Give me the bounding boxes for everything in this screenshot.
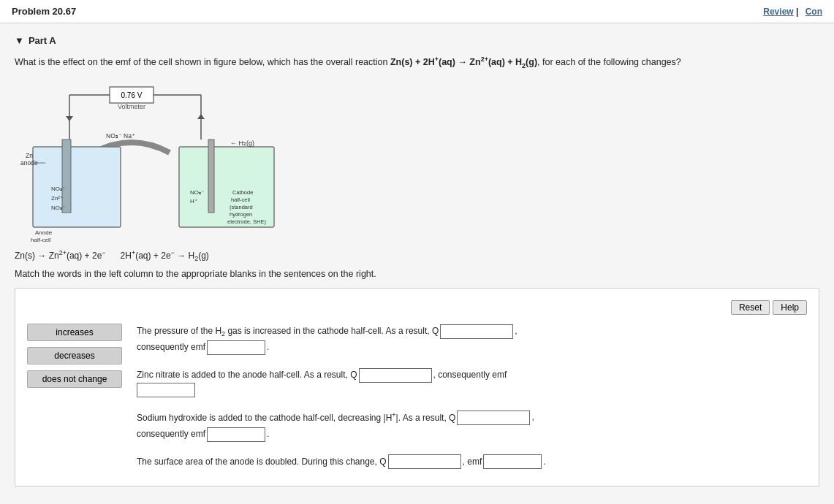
svg-rect-10	[33, 147, 121, 227]
svg-text:Voltmeter: Voltmeter	[118, 103, 145, 110]
reset-help-row: Reset Help	[27, 300, 807, 315]
svg-text:Anode: Anode	[35, 229, 53, 236]
s2-text1: Zinc nitrate is added to the anode half-…	[137, 367, 357, 383]
s3-text2: consequently emf	[137, 427, 205, 443]
svg-rect-20	[179, 147, 274, 227]
sentence-4-group: The surface area of the anode is doubled…	[137, 454, 807, 470]
s4-comma: , emf	[463, 454, 482, 470]
svg-text:half-cell: half-cell	[231, 196, 250, 203]
word-decreases[interactable]: decreases	[27, 347, 122, 364]
svg-text:← H₂(g): ← H₂(g)	[230, 140, 254, 147]
svg-rect-11	[62, 140, 71, 213]
s1-text1: The pressure of the H2 gas is increased …	[137, 324, 439, 340]
s3-blank-q[interactable]	[457, 411, 530, 425]
svg-marker-7	[66, 116, 73, 121]
review-link[interactable]: Review	[763, 7, 793, 17]
s1-blank-q[interactable]	[440, 324, 513, 339]
sentence-2-group: Zinc nitrate is added to the anode half-…	[137, 367, 807, 398]
sentences-column: The pressure of the H2 gas is increased …	[137, 324, 807, 475]
svg-text:NO₃⁻: NO₃⁻	[190, 189, 204, 196]
s4-text1: The surface area of the anode is doubled…	[137, 454, 387, 470]
top-links: Review | Con	[759, 7, 822, 17]
s2-comma: , consequently emf	[433, 367, 507, 383]
sentence-2-row2	[137, 383, 807, 397]
s2-blank-emf[interactable]	[137, 383, 195, 397]
s3-comma: ,	[531, 410, 534, 426]
sentence-1-row2: consequently emf .	[137, 340, 807, 356]
word-does-not-change[interactable]: does not change	[27, 370, 122, 388]
s2-blank-q[interactable]	[359, 368, 432, 383]
sentence-4-row: The surface area of the anode is doubled…	[137, 454, 807, 470]
sentence-1-group: The pressure of the H2 gas is increased …	[137, 324, 807, 356]
svg-text:H⁺: H⁺	[190, 198, 197, 205]
question-text: What is the effect on the emf of the cel…	[15, 55, 819, 71]
svg-text:NO₃⁻: NO₃⁻	[51, 186, 65, 192]
s4-blank-q[interactable]	[388, 454, 461, 469]
s4-blank-emf[interactable]	[483, 454, 542, 469]
problem-title: Problem 20.67	[12, 6, 76, 17]
reset-button[interactable]: Reset	[731, 300, 770, 315]
s1-comma: ,	[515, 324, 517, 340]
sentence-2-row: Zinc nitrate is added to the anode half-…	[137, 367, 807, 383]
part-label: Part A	[29, 35, 56, 46]
svg-text:Zn: Zn	[26, 152, 33, 159]
equation-line: Zn(s) → Zn2+(aq) + 2e− 2H+(aq) + 2e− → H…	[15, 249, 819, 262]
figure-area: 0.76 V Voltmeter NO₃⁻ Na⁺ NO₃⁻ Zn²⁺ NO₃⁻…	[15, 81, 819, 242]
collapse-arrow: ▼	[15, 35, 24, 46]
match-instruction: Match the words in the left column to th…	[15, 269, 819, 279]
s1-period: .	[267, 340, 269, 356]
match-columns: increases decreases does not change The …	[27, 324, 807, 475]
match-area: Reset Help increases decreases does not …	[15, 288, 819, 487]
sentence-3-row2: consequently emf .	[137, 427, 807, 443]
svg-text:Cathode: Cathode	[232, 189, 253, 196]
con-link[interactable]: Con	[805, 7, 822, 17]
word-column: increases decreases does not change	[27, 324, 122, 388]
svg-marker-8	[197, 114, 205, 119]
svg-text:Zn²⁺: Zn²⁺	[51, 195, 63, 202]
svg-rect-21	[208, 140, 214, 213]
s4-period: .	[543, 454, 545, 470]
svg-text:NO₃⁻: NO₃⁻	[51, 205, 65, 211]
svg-text:NO₃⁻ Na⁺: NO₃⁻ Na⁺	[106, 132, 135, 140]
svg-text:(standard: (standard	[230, 204, 253, 210]
svg-text:hydrogen: hydrogen	[230, 211, 252, 218]
help-button[interactable]: Help	[773, 300, 807, 315]
s1-blank-emf[interactable]	[207, 340, 265, 355]
sentence-3-row: Sodium hydroxide is added to the cathode…	[137, 409, 807, 427]
svg-text:half-cell: half-cell	[31, 237, 51, 242]
sentence-1-row: The pressure of the H2 gas is increased …	[137, 324, 807, 340]
s3-blank-emf[interactable]	[207, 427, 265, 442]
sentence-3-group: Sodium hydroxide is added to the cathode…	[137, 409, 807, 442]
svg-text:electrode, SHE): electrode, SHE)	[227, 218, 266, 225]
cell-diagram: 0.76 V Voltmeter NO₃⁻ Na⁺ NO₃⁻ Zn²⁺ NO₃⁻…	[15, 81, 292, 242]
word-increases[interactable]: increases	[27, 324, 122, 341]
s3-period: .	[267, 427, 269, 443]
s3-text1: Sodium hydroxide is added to the cathode…	[137, 409, 455, 427]
svg-text:0.76 V: 0.76 V	[121, 91, 143, 99]
part-a-header[interactable]: ▼ Part A	[15, 35, 819, 46]
s1-text2: consequently emf	[137, 340, 205, 356]
